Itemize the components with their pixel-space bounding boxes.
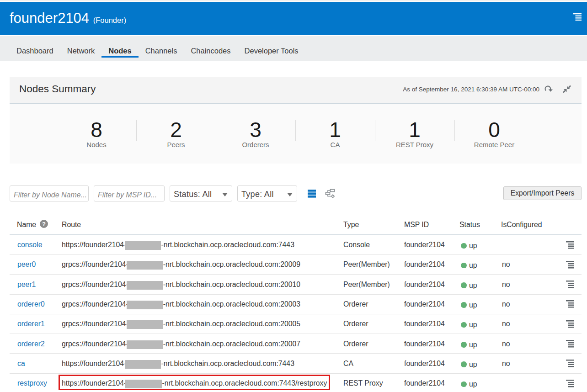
svg-text:?: ? [42, 221, 46, 228]
